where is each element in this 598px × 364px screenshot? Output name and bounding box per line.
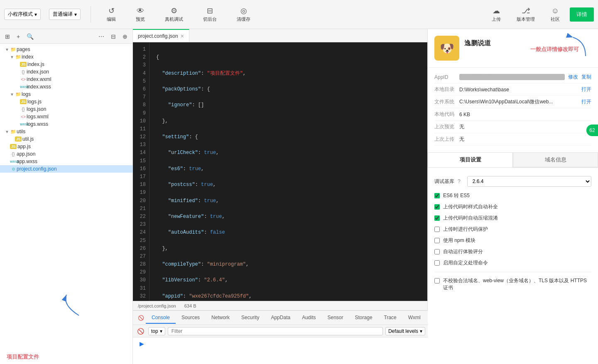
detail-button[interactable]: 详情 [570, 7, 594, 22]
tree-item-utils[interactable]: ▼ 📁 utils [0, 128, 132, 135]
clear-label: 清缓存 [237, 16, 250, 22]
context-select[interactable]: top ▾ [148, 327, 165, 335]
wxss-icon-app: wxss [10, 159, 17, 164]
tree-item-logs[interactable]: ▼ 📁 logs [0, 90, 132, 98]
avatar: 🐶 [434, 36, 459, 61]
console-clear-button[interactable]: 🚫 [135, 327, 146, 335]
tree-item-pages[interactable]: ▼ 📁 pages [0, 46, 132, 53]
mode-label: 小程序模式 [8, 11, 33, 18]
tree-item-index[interactable]: ▼ 📁 index [0, 53, 132, 61]
console-tab-trace[interactable]: Trace [378, 312, 402, 324]
tree-item-project-config[interactable]: ▷ ⚙ project.config.json [0, 165, 132, 173]
console-tab-network[interactable]: Network [206, 312, 235, 324]
debug-version-select[interactable]: 2.6.4 [468, 176, 591, 186]
editor-content[interactable]: 12345 678910 1112131415 1617181920 21222… [133, 42, 427, 301]
folder-icon-pages: 📁 [10, 47, 17, 52]
community-button[interactable]: ☺ 社区 [545, 4, 566, 25]
tree-label-app-js: app.js [17, 144, 31, 149]
tree-item-app-js[interactable]: ▷ JS app.js [0, 143, 132, 150]
search-sidebar-button[interactable]: 🔍 [25, 32, 35, 41]
green-badge[interactable]: 62 [586, 125, 598, 136]
tree-item-logs-wxss[interactable]: ▷ wxss logs.wxss [0, 120, 132, 128]
copy-link[interactable]: 复制 [581, 73, 591, 81]
preview-button[interactable]: 👁 预览 [130, 4, 151, 25]
console-filter-input[interactable] [168, 327, 383, 335]
community-icon: ☺ [551, 7, 559, 15]
edit-button[interactable]: ↺ 编辑 [101, 4, 122, 25]
tree-item-index-wxss[interactable]: ▷ wxss index.wxss [0, 83, 132, 90]
sidebar-refresh-button[interactable]: ⊕ [121, 32, 129, 41]
real-debug-button[interactable]: ⚙ 真机调试 [159, 4, 189, 25]
right-header: 🐶 逸鹏说道 一般点详情修改即可 [428, 29, 598, 68]
appid-label: AppID [434, 74, 459, 80]
open-fs-link[interactable]: 打开 [581, 98, 591, 105]
real-debug-label: 真机调试 [165, 16, 183, 22]
level-select[interactable]: Default levels ▾ [385, 327, 425, 335]
statusbar-path: /project.config.json [138, 303, 176, 308]
upload-button[interactable]: ☁ 上传 [486, 4, 507, 25]
tab-domain[interactable]: 域名信息 [513, 152, 598, 167]
annotation-arrow-svg [54, 293, 87, 318]
local-code-value: 6 KB [459, 112, 591, 117]
tree-item-index-wxml[interactable]: ▷ <> index.wxml [0, 76, 132, 83]
editor-tab-config[interactable]: project.config.json × [133, 29, 189, 42]
setting-protect-checkbox[interactable] [434, 227, 440, 232]
open-dir-link[interactable]: 打开 [581, 86, 591, 93]
setting-npm-checkbox[interactable] [434, 238, 440, 243]
console-tab-security[interactable]: Security [235, 312, 265, 324]
tree-item-logs-js[interactable]: ▷ JS logs.js [0, 98, 132, 105]
tree-label-logs-wxml: logs.wxml [27, 114, 49, 120]
tree-item-index-js[interactable]: ▷ JS index.js [0, 61, 132, 68]
console-tab-sensor[interactable]: Sensor [322, 312, 349, 324]
setting-minify-checkbox[interactable] [434, 215, 440, 221]
tree-item-util-js[interactable]: ▷ JS util.js [0, 135, 132, 143]
console-tab-sources[interactable]: Sources [176, 312, 206, 324]
preview-icon: 👁 [137, 7, 144, 15]
sidebar-layout-button[interactable]: ⊟ [109, 32, 118, 41]
tree-item-logs-json[interactable]: ▷ {} logs.json [0, 105, 132, 113]
statusbar-size: 634 B [184, 303, 196, 308]
console-prompt-icon: ▶ [140, 340, 144, 347]
folder-icon-index: 📁 [15, 54, 22, 60]
console-tab-console[interactable]: Console [146, 312, 176, 324]
console-tab-wxml[interactable]: Wxml [402, 312, 426, 324]
sidebar: ⊞ + 🔍 ⋯ ⊟ ⊕ ▼ 📁 pages ▼ 📁 index [0, 29, 133, 364]
clear-button[interactable]: ◎ 清缓存 [231, 4, 256, 25]
wxml-icon-logs: <> [20, 115, 27, 119]
setting-tls-checkbox[interactable] [434, 278, 440, 283]
compile-select[interactable]: 普通编译 ▾ [49, 9, 81, 20]
sidebar-menu-button[interactable]: ⋯ [97, 32, 106, 41]
toolbar-left: 小程序模式 ▾ 普通编译 ▾ ↺ 编辑 👁 预览 ⚙ 真机调试 ⊟ 切后台 ◎ … [4, 4, 486, 25]
setting-custom-checkbox[interactable] [434, 260, 440, 266]
config-icon: ⚙ [10, 167, 17, 171]
cut-icon: ⊟ [207, 6, 213, 15]
version-button[interactable]: ⎇ 版本管理 [511, 4, 541, 25]
console-tab-audits[interactable]: Audits [296, 312, 321, 324]
js-icon-index: JS [20, 62, 27, 67]
console-panel: 🚫 Console Sources Network Security AppDa… [133, 310, 428, 364]
tree-label-project-config: project.config.json [17, 166, 57, 172]
cut-button[interactable]: ⊟ 切后台 [197, 4, 223, 25]
expand-button[interactable]: ⊞ [3, 32, 12, 41]
code-lines: { "description": "项目配置文件", "packOptions"… [150, 42, 427, 301]
setting-es6-checkbox[interactable] [434, 193, 440, 198]
sidebar-annotation-text: 项目配置文件 [7, 353, 126, 361]
setting-style-checkbox[interactable] [434, 204, 440, 210]
mode-select[interactable]: 小程序模式 ▾ [4, 9, 41, 20]
folder-icon-logs: 📁 [15, 92, 22, 97]
console-tab-appdata[interactable]: AppData [265, 312, 296, 324]
setting-eval-checkbox[interactable] [434, 249, 440, 254]
add-file-button[interactable]: + [15, 32, 22, 41]
modify-link[interactable]: 修改 [568, 73, 578, 81]
username: 逸鹏说道 [464, 39, 491, 48]
tree-item-app-json[interactable]: ▷ {} app.json [0, 150, 132, 158]
debug-help-icon[interactable]: ? [458, 178, 461, 184]
tab-close-icon[interactable]: × [181, 33, 184, 39]
tree-item-app-wxss[interactable]: ▷ wxss app.wxss [0, 158, 132, 165]
line-numbers: 12345 678910 1112131415 1617181920 21222… [133, 42, 150, 301]
console-tab-icon-btn[interactable]: 🚫 [136, 314, 146, 322]
tree-item-index-json[interactable]: ▷ {} index.json [0, 68, 132, 76]
tree-item-logs-wxml[interactable]: ▷ <> logs.wxml [0, 113, 132, 120]
console-tab-storage[interactable]: Storage [349, 312, 378, 324]
tab-project-settings[interactable]: 项目设置 [428, 152, 513, 167]
